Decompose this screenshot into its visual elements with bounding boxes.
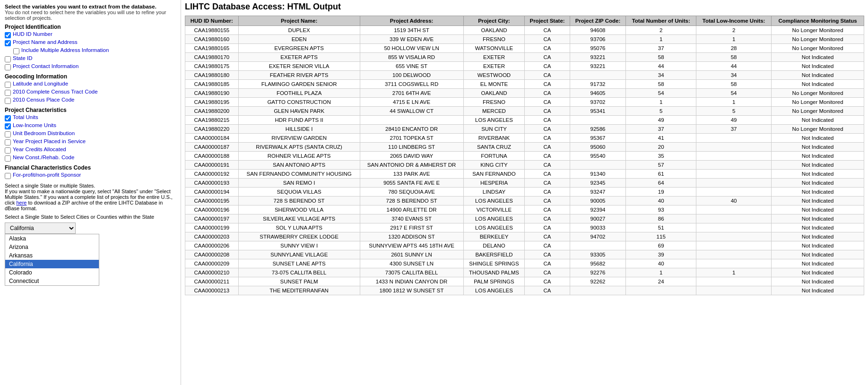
table-cell: 28410 ENCANTO DR <box>360 125 463 134</box>
checkbox-input[interactable] <box>5 173 11 179</box>
table-cell: 39 <box>626 250 696 259</box>
table-cell: OAKLAND <box>463 26 525 35</box>
table-cell: 94702 <box>570 232 626 241</box>
table-row: CAA19880165EVERGREEN APTS50 HOLLOW VIEW … <box>185 44 864 53</box>
state-detail2: to download a ZIP archive of the entire … <box>5 200 163 211</box>
checkbox-input[interactable] <box>5 56 11 62</box>
checkbox-input[interactable] <box>5 155 11 162</box>
table-row: CAA00000199SOL Y LUNA APTS2917 E FIRST S… <box>185 223 864 232</box>
table-cell: CA <box>525 116 570 125</box>
table-cell: 19 <box>626 188 696 197</box>
table-cell: CA <box>525 205 570 214</box>
table-cell: 41 <box>626 134 696 143</box>
table-cell: 94605 <box>570 89 626 98</box>
checkbox-input[interactable] <box>5 64 11 70</box>
checkbox-row: Latitude and Longitude <box>5 81 176 88</box>
table-cell: 110 LINDBERG ST <box>360 143 463 152</box>
table-cell: CA <box>525 35 570 44</box>
dropdown-item[interactable]: Connecticut <box>5 277 99 285</box>
table-cell: 91340 <box>570 170 626 179</box>
checkbox-row: State ID <box>5 55 176 62</box>
checkbox-input[interactable] <box>5 98 11 104</box>
table-cell: Not Indicated <box>772 214 864 223</box>
table-row: CAA19880200GLEN HAVEN PARK44 SWALLOW CTM… <box>185 107 864 116</box>
table-cell: Not Indicated <box>772 134 864 143</box>
table-cell: Not Indicated <box>772 250 864 259</box>
table-cell <box>570 71 626 80</box>
table-cell: 1 <box>696 98 772 107</box>
here-link[interactable]: here <box>16 200 26 205</box>
checkbox-input[interactable] <box>5 139 11 145</box>
table-row: CAA19880175EXETER SENIOR VILLA655 VINE S… <box>185 62 864 71</box>
table-cell: CAA00000199 <box>185 223 239 232</box>
table-cell: 5 <box>626 107 696 116</box>
table-cell: SUNSET PALM <box>238 277 360 286</box>
table-cell: 93 <box>626 205 696 214</box>
table-cell <box>696 143 772 152</box>
table-row: CAA00000203STRAWBERRY CREEK LODGE1320 AD… <box>185 232 864 241</box>
checkbox-input[interactable] <box>5 40 11 46</box>
table-cell: CA <box>525 250 570 259</box>
dropdown-item[interactable]: Colorado <box>5 268 99 277</box>
dropdown-wrapper: AlaskaArizonaArkansasCaliforniaColoradoC… <box>5 222 76 234</box>
table-row: CAA19880220HILLSIDE I28410 ENCANTO DRSUN… <box>185 125 864 134</box>
table-cell: CA <box>525 62 570 71</box>
state-detail3: Select a Single State to Select Cities o… <box>5 214 176 220</box>
checkbox-input[interactable] <box>5 115 11 121</box>
table-cell: Not Indicated <box>772 188 864 197</box>
table-cell: 92586 <box>570 125 626 134</box>
checkbox-input[interactable] <box>5 131 11 137</box>
table-row: CAA00000188ROHNER VILLAGE APTS2065 DAVID… <box>185 152 864 161</box>
checkbox-row: 2010 Complete Census Tract Code <box>5 89 176 96</box>
table-cell: 24 <box>626 277 696 286</box>
table-cell: CAA00000203 <box>185 232 239 241</box>
checkbox-label: Include Multiple Address Information <box>21 47 109 53</box>
table-cell: No Longer Monitored <box>772 89 864 98</box>
table-cell: 49 <box>626 116 696 125</box>
table-cell: 133 PARK AVE <box>360 170 463 179</box>
table-cell: SAN REMO I <box>238 179 360 188</box>
table-cell: 100 DELWOOD <box>360 71 463 80</box>
table-cell: 4300 SUNSET LN <box>360 259 463 268</box>
table-cell: CAA00000192 <box>185 170 239 179</box>
dropdown-item[interactable]: Alaska <box>5 234 99 243</box>
table-cell: VICTORVILLE <box>463 205 525 214</box>
checkbox-input[interactable] <box>13 48 19 54</box>
table-cell: CAA19880185 <box>185 80 239 89</box>
state-detail: If you want to make a nationwide query, … <box>5 188 176 211</box>
single-state-select[interactable]: AlaskaArizonaArkansasCaliforniaColoradoC… <box>5 222 76 234</box>
checkbox-input[interactable] <box>5 32 11 38</box>
dropdown-item[interactable]: California <box>5 260 99 268</box>
table-cell: 93247 <box>570 188 626 197</box>
table-cell: RIVERVIEW GARDEN <box>238 134 360 143</box>
sections-container: Project IdentificationHUD ID NumberProje… <box>5 24 176 179</box>
table-row: CAA00000211SUNSET PALM1433 N INDIAN CANY… <box>185 277 864 286</box>
table-cell: 728 S BERENDO ST <box>238 197 360 205</box>
table-cell <box>696 188 772 197</box>
dropdown-item[interactable]: Arkansas <box>5 251 99 260</box>
table-cell: 58 <box>626 80 696 89</box>
table-cell: CAA19880180 <box>185 71 239 80</box>
table-cell <box>696 152 772 161</box>
checkbox-input[interactable] <box>5 147 11 154</box>
table-cell: 34 <box>626 71 696 80</box>
table-column-header: Total Number of Units: <box>626 16 696 26</box>
table-cell: 37 <box>696 125 772 134</box>
checkbox-input[interactable] <box>5 123 11 129</box>
table-cell: SUNNYLANE VILLAGE <box>238 250 360 259</box>
table-cell: CAA00000197 <box>185 214 239 223</box>
checkbox-label: State ID <box>13 55 33 61</box>
table-cell: LINDSAY <box>463 188 525 197</box>
table-cell <box>570 116 626 125</box>
table-cell: CAA00000209 <box>185 259 239 268</box>
dropdown-item[interactable]: Arizona <box>5 243 99 251</box>
table-cell: CA <box>525 80 570 89</box>
table-cell: LOS ANGELES <box>463 116 525 125</box>
table-cell: 61 <box>626 170 696 179</box>
checkbox-label: 2010 Census Place Code <box>13 97 74 103</box>
checkbox-input[interactable] <box>5 82 11 88</box>
left-panel: Select the variables you want to extract… <box>0 0 181 385</box>
checkbox-row: Total Units <box>5 114 176 121</box>
table-cell: 73075 CALLITA BELL <box>360 268 463 277</box>
checkbox-input[interactable] <box>5 90 11 96</box>
